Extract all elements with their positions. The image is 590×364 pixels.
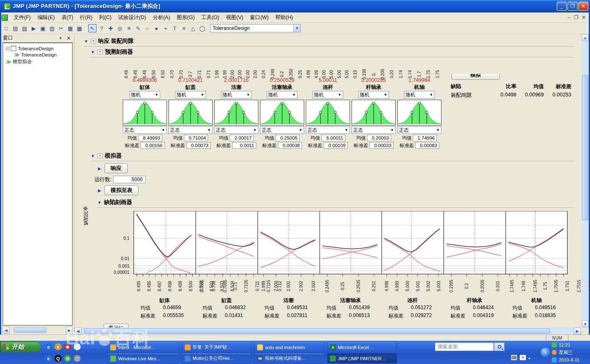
simulate-to-table-button[interactable]: 模拟至表 [104, 185, 139, 195]
random-dropdown[interactable]: 随机▼ [358, 91, 389, 98]
run-script-icon[interactable]: ▶ [30, 24, 38, 32]
move-tool-icon[interactable]: ✚ [107, 24, 115, 32]
taskbar-button-投标书格式科理备...[interactable]: W投标书格式科理备... [254, 353, 324, 364]
tray-expand-icon[interactable]: ▴ [528, 356, 531, 360]
distribution-plot[interactable] [123, 100, 167, 125]
disclosure-right-icon[interactable]: ▶ [97, 166, 102, 171]
sd-input[interactable]: 0.00156 [141, 142, 165, 149]
random-dropdown[interactable]: 随机▼ [221, 91, 252, 98]
response-outline-header[interactable]: ▼ ▼ 响应 装配间隙 [84, 37, 574, 47]
defect-plot[interactable] [444, 211, 506, 274]
taskbar-button-Windows Live Mes...[interactable]: Windows Live Mes... [107, 353, 179, 364]
tree-item-ToleranceDesign[interactable]: ≫ToleranceDesign [4, 52, 71, 58]
taskbar-button-auto and machnism[interactable]: auto and machnism [254, 342, 324, 352]
minimize-button[interactable]: _ [557, 2, 567, 11]
red-triangle-menu-icon[interactable]: ▼ [97, 153, 103, 158]
scroll-thumb[interactable] [84, 328, 550, 334]
random-dropdown[interactable]: 随机▼ [312, 91, 343, 98]
close-button[interactable]: ✕ [578, 2, 588, 11]
distribution-dropdown[interactable]: 正态▼ [260, 126, 304, 134]
building-quicklaunch-icon[interactable]: ◫ [74, 355, 81, 362]
defect-plot[interactable] [258, 211, 320, 274]
tree-item-模型拟合[interactable]: ≫模型拟合 [4, 59, 71, 65]
horizontal-scrollbar[interactable]: ◀ ▶ [74, 327, 581, 334]
chevron-down-icon[interactable]: ▼ [207, 128, 211, 132]
search-input[interactable]: 搜索桌面 [435, 342, 494, 351]
qq-quicklaunch-icon[interactable]: Q [55, 355, 62, 362]
globe-quicklaunch-icon[interactable]: ◍ [64, 355, 71, 362]
red-triangle-menu-icon[interactable]: ▼ [91, 39, 96, 44]
chevron-down-icon[interactable]: ▼ [292, 93, 296, 97]
media-quicklaunch-icon[interactable]: ◉ [64, 343, 71, 350]
defect-plot[interactable] [134, 211, 196, 274]
chevron-down-icon[interactable]: ▼ [155, 93, 159, 97]
keyboard-tray-icon[interactable]: ⌨ [511, 355, 517, 360]
chevron-down-icon[interactable]: ▼ [201, 93, 204, 97]
help-tray-icon[interactable]: ? [520, 355, 526, 360]
defect-plot[interactable] [506, 211, 568, 274]
mdi-close-button[interactable]: ✕ [582, 15, 586, 20]
panel-menu-icon[interactable]: ▼ [56, 36, 65, 40]
taskbar-button-Microsoft Excel ...[interactable]: XMicrosoft Excel ... [327, 342, 397, 352]
chevron-down-icon[interactable]: ▼ [161, 128, 165, 132]
paste-icon[interactable]: ▩ [75, 24, 84, 32]
distribution-plot[interactable] [214, 100, 258, 125]
menu-编辑(E)[interactable]: 编辑(E) [34, 13, 58, 22]
chevron-down-icon[interactable]: ▼ [299, 128, 302, 132]
grabber-tool-icon[interactable]: ✳ [125, 24, 133, 32]
vertical-scrollbar[interactable]: ▲ ▼ [582, 34, 589, 327]
distribution-dropdown[interactable]: 正态▼ [123, 126, 167, 134]
sd-input[interactable]: 0.0011 [232, 142, 256, 149]
disclosure-right-icon[interactable]: ▶ [97, 188, 102, 193]
distribution-dropdown[interactable]: 正态▼ [306, 126, 350, 134]
sd-input[interactable]: 0.00109 [324, 142, 348, 149]
mdi-minimize-button[interactable]: – [568, 15, 570, 20]
menu-行(R)[interactable]: 行(R) [77, 13, 96, 22]
text-annotate-tool-icon[interactable]: T [171, 24, 179, 32]
window-list-combobox[interactable]: ToleranceDesign ▼ [210, 24, 301, 32]
search-button[interactable] [494, 342, 505, 351]
random-dropdown[interactable]: 随机▼ [404, 91, 435, 98]
chevron-down-icon[interactable]: ▼ [390, 128, 394, 132]
distribution-plot[interactable] [260, 100, 304, 125]
chevron-down-icon[interactable]: ▼ [246, 93, 250, 97]
arrow-tool-icon[interactable]: ↖ [88, 24, 97, 32]
distribution-dropdown[interactable]: 正态▼ [214, 126, 258, 134]
distribution-dropdown[interactable]: 正态▼ [169, 126, 213, 134]
distribution-dropdown[interactable]: 正态▼ [352, 126, 396, 134]
chevron-down-icon[interactable]: ▼ [345, 128, 348, 132]
scroll-thumb[interactable] [14, 327, 46, 333]
disclosure-down-icon[interactable]: ▼ [90, 154, 95, 158]
panel-close-icon[interactable]: ✕ [65, 35, 72, 41]
menu-图形(G)[interactable]: 图形(G) [174, 13, 198, 22]
mean-input[interactable]: 8.49993 [138, 135, 162, 141]
simulator-outline-header[interactable]: ▼ ▼ 模拟器 [90, 151, 574, 161]
mean-input[interactable]: 0.25005 [275, 135, 300, 141]
new-journal-icon[interactable]: ▤ [11, 24, 20, 32]
profiler-outline-header[interactable]: ▼ ▼ 预测刻画器 [90, 47, 574, 57]
taskbar-button-Motto公关公司Hel...[interactable]: Motto公关公司Hel... [182, 353, 251, 364]
brush-tool-icon[interactable]: ✎ [134, 24, 142, 32]
mean-input[interactable]: 2.00017 [230, 135, 254, 141]
sd-input[interactable]: 0.00083 [415, 142, 439, 149]
response-section-button[interactable]: 响应 [104, 163, 128, 173]
chevron-down-icon[interactable]: ▼ [436, 128, 440, 132]
zoom-in-tool-icon[interactable]: ● [152, 24, 161, 32]
ie-quicklaunch-icon[interactable]: e [45, 355, 52, 362]
mail-quicklaunch-icon[interactable]: ♦ [55, 343, 62, 350]
save-icon[interactable]: ▣ [39, 24, 47, 32]
chevron-down-icon[interactable]: ▼ [338, 93, 342, 97]
disclosure-down-icon[interactable]: ▼ [90, 50, 95, 54]
tree-item-ToleranceDesign[interactable]: −ToleranceDesign [4, 46, 71, 51]
chevron-down-icon[interactable]: ▼ [384, 93, 387, 97]
defect-plot[interactable] [320, 211, 382, 274]
menu-文件(F)[interactable]: 文件(F) [10, 13, 34, 22]
taskbar-button-答复: 关于JMP软...[interactable]: 答复: 关于JMP软... [182, 342, 251, 352]
scroll-left-icon[interactable]: ◀ [2, 327, 10, 334]
print-icon[interactable]: ▥ [48, 24, 56, 32]
taskbar-button-Inbox - Microsof...[interactable]: Inbox - Microsof... [107, 342, 179, 352]
taskbar-button-JMP (JMP PARTNER...[interactable]: JMP (JMP PARTNER... [327, 353, 397, 364]
sd-input[interactable]: 0.00038 [278, 142, 302, 149]
lines-tool-icon[interactable]: ≡ [180, 24, 188, 32]
oval-tool-icon[interactable]: ◯ [198, 24, 206, 32]
